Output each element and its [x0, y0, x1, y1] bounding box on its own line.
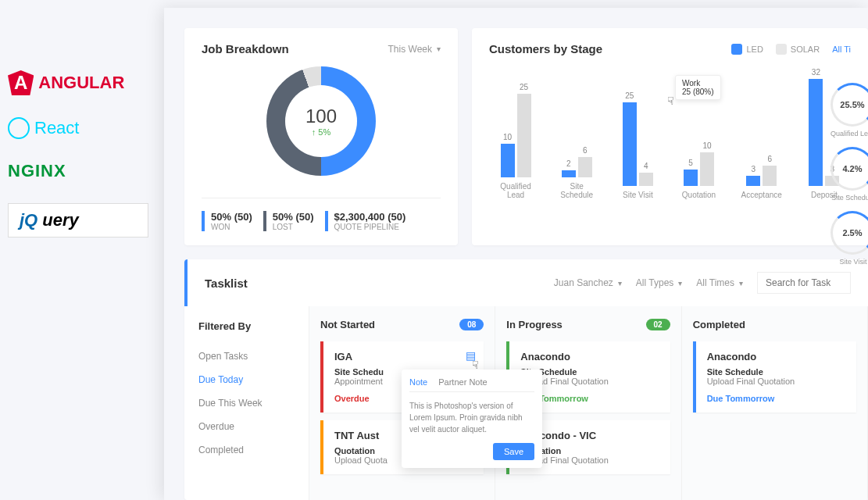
types-dropdown[interactable]: All Types	[636, 277, 682, 288]
dashboard: Job Breakdown This Week 100 ↑ 5% 50% (50…	[164, 8, 868, 500]
bar-group[interactable]: 10 25 Qualified Lead	[497, 60, 534, 199]
task-name: Anacondo	[707, 351, 845, 362]
cursor-icon: ☟	[667, 95, 674, 107]
note-body: This is Photoshop's version of Lorem Ips…	[409, 400, 534, 435]
angular-logo: AANGULAR	[8, 70, 148, 95]
user-dropdown[interactable]: Juan Sanchez	[554, 277, 622, 288]
donut-chart: 100 ↑ 5%	[266, 66, 376, 176]
task-due: Due Tommorrow	[707, 394, 845, 403]
partner-note-tab[interactable]: Partner Note	[438, 377, 487, 387]
legend-solar[interactable]: SOLAR	[776, 44, 820, 55]
task-name: Anacondo	[520, 351, 659, 362]
customers-stage-card: Customers by Stage LED SOLAR All Ti 10 2…	[472, 28, 868, 245]
legend-led[interactable]: LED	[731, 44, 763, 55]
column-badge: 08	[459, 319, 484, 330]
donut-value: 100	[305, 105, 337, 127]
task-search-input[interactable]	[757, 272, 851, 294]
gauge: 4.2%Site Schedule	[830, 147, 868, 202]
bar-group[interactable]: 25 4 Site Visit	[619, 69, 656, 199]
stat-quote-pipeline: $2,300,400 (50)QUOTE PIPELINE	[325, 211, 406, 231]
tasklist-title: Tasklist	[205, 277, 248, 290]
gauge: 2.5%Site Visit	[830, 211, 868, 266]
filter-completed[interactable]: Completed	[198, 438, 295, 462]
bar-group[interactable]: 3 6 Acceptance	[741, 69, 782, 199]
nginx-logo: NGINX	[8, 161, 148, 181]
tech-logos: AANGULAR React NGINX jQuery	[8, 70, 148, 238]
jquery-logo: jQuery	[8, 203, 148, 238]
note-tab[interactable]: Note	[409, 377, 427, 387]
job-breakdown-title: Job Breakdown	[202, 42, 289, 55]
task-card[interactable]: ▤ IGA Site Schedu Appointment Overdue No…	[320, 341, 484, 412]
task-stage: Site Schedule	[707, 367, 845, 377]
column-not-started: Not Started08 ▤ IGA Site Schedu Appointm…	[309, 306, 495, 500]
bar-tooltip: Work 25 (80%)	[675, 75, 721, 100]
filter-title: Filtered By	[198, 320, 295, 332]
task-desc: Upload Final Quotation	[707, 377, 845, 386]
save-button[interactable]: Save	[493, 443, 534, 460]
job-breakdown-card: Job Breakdown This Week 100 ↑ 5% 50% (50…	[184, 28, 458, 245]
donut-delta: ↑ 5%	[312, 127, 330, 137]
filter-due-today[interactable]: Due Today	[198, 368, 295, 391]
customers-title: Customers by Stage	[489, 42, 602, 55]
stat-lost: 50% (50)LOST	[263, 211, 314, 231]
times-dropdown[interactable]: All Times	[696, 277, 743, 288]
react-logo: React	[8, 117, 148, 139]
task-card[interactable]: Anacondo Site Schedule Upload Final Quot…	[693, 341, 856, 412]
column-completed: Completed Anacondo Site Schedule Upload …	[682, 306, 868, 500]
filter-sidebar: Filtered By Open TasksDue TodayDue This …	[184, 306, 309, 500]
period-dropdown[interactable]: This Week	[388, 44, 441, 55]
column-title: Completed	[693, 319, 745, 330]
gauge: 25.5%Qualified Lead	[830, 83, 868, 138]
note-popover: Note Partner Note This is Photoshop's ve…	[402, 370, 542, 468]
legend-all-time[interactable]: All Ti	[832, 45, 851, 54]
bar-group[interactable]: 2 6 Site Schedule	[558, 60, 595, 199]
filter-open-tasks[interactable]: Open Tasks	[198, 345, 295, 368]
filter-overdue[interactable]: Overdue	[198, 415, 295, 438]
tasklist-card: Tasklist Juan Sanchez All Types All Time…	[184, 259, 868, 500]
column-title: Not Started	[320, 319, 375, 330]
stat-won: 50% (50)WON	[202, 211, 252, 231]
column-badge: 02	[646, 319, 670, 330]
filter-due-this-week[interactable]: Due This Week	[198, 391, 295, 415]
column-title: In Progress	[506, 319, 563, 330]
task-name: IGA	[334, 351, 473, 362]
